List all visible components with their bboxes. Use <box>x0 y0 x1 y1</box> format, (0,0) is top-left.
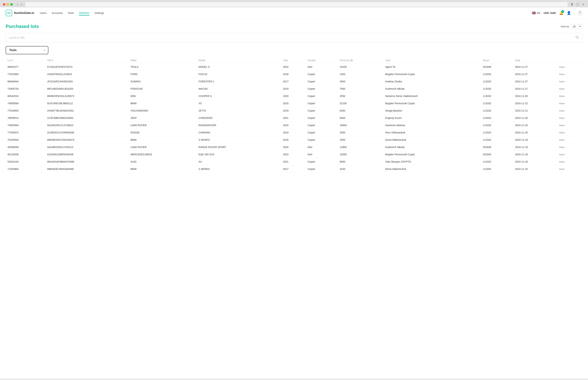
cell-make: FORD <box>129 71 197 78</box>
cell-year: 2020 <box>281 93 306 100</box>
table-row: 73005754 WP1AB2A55KLB32353 PORSCHE MACAN… <box>6 85 582 93</box>
cell-user: Denis Maksimchuk <box>383 166 481 173</box>
cell-auction: Copart <box>306 100 338 107</box>
cell-buyer: 532945 <box>481 63 513 71</box>
cell-buyer: 113332 <box>481 136 513 144</box>
flag-icon: 🇬🇧 <box>532 11 536 15</box>
cell-year: 2017 <box>281 166 306 173</box>
cell-make: TESLA <box>129 63 197 71</box>
add-tab-button[interactable]: + <box>581 2 585 7</box>
cell-buyer: 113332 <box>481 71 513 78</box>
make-action-link[interactable]: Make <box>559 73 565 76</box>
make-action-link[interactable]: Make <box>559 153 565 156</box>
search-input[interactable] <box>9 36 575 39</box>
tools-filter-button[interactable]: Tools › <box>6 46 48 54</box>
cell-price: 15050 <box>338 151 383 158</box>
col-vin: VIN # <box>45 57 129 63</box>
cell-action[interactable]: Make <box>557 93 582 100</box>
make-action-link[interactable]: Make <box>559 102 565 105</box>
cell-action[interactable]: Make <box>557 63 582 71</box>
cell-lot: 53204154 <box>6 158 45 166</box>
make-action-link[interactable]: Make <box>559 124 565 127</box>
nav-accounts[interactable]: Accounts <box>52 11 63 15</box>
cell-make: PORSCHE <box>129 85 197 93</box>
table-row: 75329544 WBA8E3G57GNU02874 BMW 3 SERIES … <box>6 136 582 144</box>
view-by-control: View by 25 50 100 <box>560 24 582 29</box>
cell-user: Nesterov Denis Vladimirovich <box>383 93 481 100</box>
cell-auction: Copart <box>306 129 338 136</box>
make-action-link[interactable]: Make <box>559 80 565 83</box>
cell-vin: JF2SJARC3HH502363 <box>45 78 129 85</box>
cell-year: 2020 <box>281 100 306 107</box>
cell-make: BMW <box>129 100 197 107</box>
cell-action[interactable]: Make <box>557 166 582 173</box>
help-button[interactable]: ? <box>578 11 582 15</box>
minimize-button[interactable] <box>7 3 9 6</box>
table-row: 80542524 WMWXR5C03L2L85072 MINI COOPER S… <box>6 93 582 100</box>
cell-price: 1450 <box>338 71 383 78</box>
top-nav: AG AuctionGate.io Users Accounts Tools S… <box>0 7 588 19</box>
make-action-link[interactable]: Make <box>559 160 565 163</box>
cell-action[interactable]: Make <box>557 129 582 136</box>
search-button[interactable] <box>575 35 579 40</box>
cell-action[interactable]: Make <box>557 71 582 78</box>
make-action-link[interactable]: Make <box>559 139 565 141</box>
cell-action[interactable]: Make <box>557 158 582 166</box>
cell-price: 2050 <box>338 129 383 136</box>
logo-area: AG AuctionGate.io <box>6 10 34 16</box>
cell-date: 2024-11-20 <box>513 122 557 129</box>
nav-statistics[interactable]: Statistics <box>79 11 89 15</box>
cell-action[interactable]: Make <box>557 78 582 85</box>
col-buyer: Buyer <box>481 57 513 63</box>
cell-price: 6300 <box>338 107 383 114</box>
cell-year: 2019 <box>281 107 306 114</box>
cell-vin: SALWR2SE2LA704213 <box>45 144 129 151</box>
make-action-link[interactable]: Make <box>559 131 565 134</box>
make-action-link[interactable]: Make <box>559 95 565 97</box>
nav-links: Users Accounts Tools Statistics Settings <box>40 11 532 16</box>
view-by-select[interactable]: 25 50 100 <box>571 24 582 29</box>
table-row: 40129338 4JGGM1CB9PA033438 MERCEDES-BENZ… <box>6 151 582 158</box>
cell-lot: 74695584 <box>6 100 45 107</box>
cell-price: 6400 <box>338 114 383 122</box>
cell-lot: 40556058 <box>6 144 45 151</box>
notification-button[interactable]: 🔔 4 <box>559 11 564 15</box>
make-action-link[interactable]: Make <box>559 168 565 171</box>
user-profile-button[interactable]: 👤 <box>567 11 571 15</box>
nav-settings[interactable]: Settings <box>95 11 104 15</box>
make-action-link[interactable]: Make <box>559 88 565 90</box>
cell-action[interactable]: Make <box>557 136 582 144</box>
tools-button-label: Tools <box>9 49 17 52</box>
logo-icon: AG <box>6 10 12 16</box>
url-bar[interactable] <box>25 2 568 7</box>
app-container: AG AuctionGate.io Users Accounts Tools S… <box>0 7 588 379</box>
cell-user: Bogdan Perevoznik Crypto <box>383 100 481 107</box>
close-button[interactable] <box>3 3 5 6</box>
cell-action[interactable]: Make <box>557 85 582 93</box>
cell-action[interactable]: Make <box>557 122 582 129</box>
make-action-link[interactable]: Make <box>559 146 565 149</box>
nav-users[interactable]: Users <box>40 11 47 15</box>
make-action-link[interactable]: Make <box>559 117 565 119</box>
cell-model: RANGEROVER <box>197 122 281 129</box>
cell-date: 2024-11-15 <box>513 166 557 173</box>
cell-auction: Copart <box>306 85 338 93</box>
maximize-button[interactable] <box>10 3 13 6</box>
make-action-link[interactable]: Make <box>559 109 565 112</box>
forward-button[interactable]: › <box>20 2 23 7</box>
back-button[interactable]: ‹ <box>16 2 19 7</box>
nav-tools[interactable]: Tools <box>68 11 74 15</box>
cell-action[interactable]: Make <box>557 100 582 107</box>
cell-action[interactable]: Make <box>557 107 582 114</box>
language-selector[interactable]: 🇬🇧 EN <box>532 11 540 15</box>
lang-text: EN <box>537 12 540 14</box>
cell-action[interactable]: Make <box>557 144 582 151</box>
cell-action[interactable]: Make <box>557 151 582 158</box>
col-auction: Auction <box>306 57 338 63</box>
nav-divider <box>574 11 574 15</box>
cell-action[interactable]: Make <box>557 114 582 122</box>
make-action-link[interactable]: Make <box>559 66 565 68</box>
cell-date: 2024-11-19 <box>513 136 557 144</box>
duplicate-button[interactable]: ⎕ <box>576 2 580 7</box>
share-button[interactable]: ⬆ <box>570 2 574 7</box>
